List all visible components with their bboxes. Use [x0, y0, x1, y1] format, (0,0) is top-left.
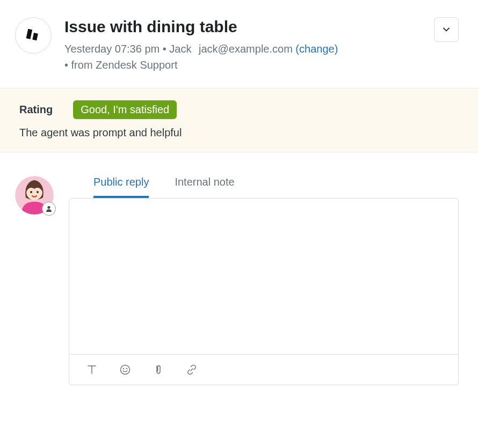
svg-point-6 — [37, 191, 39, 193]
rating-badge: Good, I'm satisfied — [73, 100, 177, 119]
reply-area: Public reply Internal note — [0, 152, 478, 385]
emoji-icon — [119, 364, 131, 376]
zendesk-logo-icon — [26, 29, 41, 42]
attachment-button[interactable] — [151, 362, 166, 377]
svg-point-8 — [121, 365, 130, 374]
rating-comment: The agent was prompt and helpful — [19, 127, 459, 139]
paperclip-icon — [153, 364, 164, 376]
emoji-button[interactable] — [118, 362, 133, 377]
reply-box: Public reply Internal note — [69, 176, 459, 385]
change-requester-link[interactable]: (change) — [295, 43, 338, 55]
meta-separator: • — [64, 59, 71, 71]
svg-point-5 — [30, 191, 32, 193]
rating-section: Rating Good, I'm satisfied The agent was… — [0, 88, 478, 152]
ticket-title: Issue with dining table — [64, 17, 421, 36]
title-block: Issue with dining table Yesterday 07:36 … — [64, 17, 421, 73]
timestamp: Yesterday 07:36 pm — [64, 43, 160, 55]
ticket-header: Issue with dining table Yesterday 07:36 … — [0, 0, 478, 88]
rating-row: Rating Good, I'm satisfied — [19, 100, 459, 119]
requester-avatar — [15, 17, 52, 54]
agent-badge — [42, 202, 56, 216]
svg-rect-1 — [32, 33, 38, 40]
tab-public-reply[interactable]: Public reply — [93, 176, 149, 198]
svg-rect-0 — [26, 29, 33, 39]
editor-toolbar — [69, 354, 458, 385]
ticket-source-line: • from Zendesk Support — [64, 57, 421, 73]
ticket-meta: Yesterday 07:36 pm • Jack jack@example.c… — [64, 41, 421, 57]
svg-point-10 — [126, 368, 127, 369]
requester-name: Jack — [169, 43, 191, 55]
ticket-actions-dropdown[interactable] — [434, 17, 459, 42]
tab-internal-note[interactable]: Internal note — [175, 176, 234, 198]
person-icon — [45, 205, 53, 212]
text-format-button[interactable] — [84, 362, 99, 377]
reply-textarea[interactable] — [69, 199, 458, 354]
svg-point-9 — [123, 368, 124, 369]
text-format-icon — [86, 364, 98, 376]
reply-tabs: Public reply Internal note — [69, 176, 459, 198]
chevron-down-icon — [443, 26, 450, 33]
editor-frame — [69, 198, 459, 385]
link-button[interactable] — [184, 362, 199, 377]
rating-label: Rating — [19, 104, 53, 116]
link-icon — [186, 364, 198, 376]
svg-point-7 — [47, 206, 50, 209]
agent-avatar — [15, 176, 54, 215]
meta-separator: • — [163, 43, 170, 55]
requester-email: jack@example.com — [199, 43, 293, 55]
ticket-source: from Zendesk Support — [71, 59, 178, 71]
